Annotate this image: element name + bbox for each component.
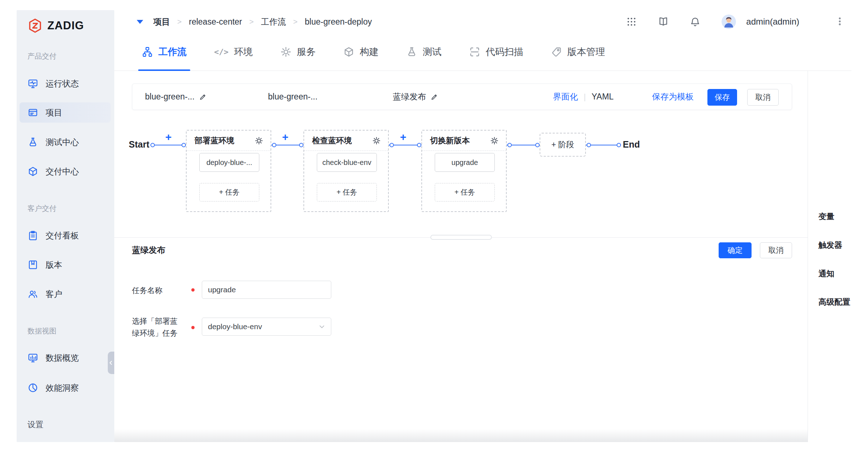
apps-grid-icon[interactable] [626,16,637,27]
insert-stage-plus-button[interactable]: + [165,132,172,143]
stage-header: 部署蓝环境 [187,131,271,151]
flask-icon [27,137,38,148]
panel-cancel-button[interactable]: 取消 [760,242,792,258]
sidebar-section-customer: 客户交付 [27,204,56,213]
sidebar-item-label: 效能洞察 [46,382,79,394]
top-bar: 项目 > release-center > 工作流 > blue-green-d… [114,10,851,33]
bookmark-icon [27,259,38,270]
sidebar: ZADIG 产品交付 运行状态 项目 测试中心 交付中心 [17,10,114,442]
sidebar-item-customer[interactable]: 客户 [20,284,111,304]
tab-label: 环境 [234,46,253,58]
sidebar-item-label: 测试中心 [46,137,79,148]
rail-item-variables[interactable]: 变量 [818,211,834,222]
connector-dot [182,143,186,147]
sidebar-item-label: 交付中心 [46,166,79,177]
bar-chart-icon [27,352,38,363]
project-dropdown-caret-icon[interactable] [137,20,143,24]
kebab-menu-icon[interactable] [835,16,846,27]
sidebar-item-projects[interactable]: 项目 [20,102,111,123]
connector-line [150,145,186,145]
end-node: End [623,139,640,150]
breadcrumb-separator: > [249,17,254,26]
project-icon [27,107,38,118]
sidebar-item-delivery-board[interactable]: 交付看板 [20,225,111,246]
add-task-button[interactable]: + 任务 [317,183,377,201]
rail-item-advanced[interactable]: 高级配置 [818,297,850,307]
tab-service[interactable]: 服务 [277,33,319,71]
breadcrumb-workflows[interactable]: 工作流 [261,16,286,27]
top-right-actions: admin(admin) [626,14,846,29]
right-config-rail: 变量 触发器 通知 高级配置 [808,71,851,442]
sidebar-item-delivery-center[interactable]: 交付中心 [20,161,111,182]
docs-book-icon[interactable] [658,16,669,27]
tab-label: 服务 [297,46,316,58]
breadcrumb-separator: > [293,17,298,26]
add-stage-button[interactable]: + 阶段 [540,133,586,157]
bottom-shadow [114,429,808,442]
tab-label: 工作流 [158,46,187,58]
task-name-input[interactable] [202,281,331,299]
task-panel-title: 蓝绿发布 [132,245,165,256]
build-cube-icon [343,46,354,58]
clipboard-icon [27,230,38,241]
insert-stage-plus-button[interactable]: + [282,132,289,143]
task-button[interactable]: upgrade [435,153,495,172]
stage-settings-gear-icon[interactable] [490,136,499,145]
module-tab-bar: 工作流 </> 环境 服务 构建 测试 代码 [114,33,851,71]
deploy-job-select-label: 选择「部署蓝绿环境」任务 [132,315,183,339]
user-avatar[interactable] [722,14,736,29]
sidebar-item-version[interactable]: 版本 [20,255,111,275]
add-task-button[interactable]: + 任务 [435,183,495,201]
sidebar-section-product: 产品交付 [27,51,56,61]
tab-workflow[interactable]: 工作流 [138,33,190,71]
deploy-job-select[interactable]: deploy-blue-env [202,318,331,336]
workflow-tree-icon [142,46,153,58]
rail-item-triggers[interactable]: 触发器 [818,240,842,251]
username[interactable]: admin(admin) [746,17,799,27]
required-dot [191,326,195,329]
sidebar-item-running-status[interactable]: 运行状态 [20,73,111,94]
rail-item-notifications[interactable]: 通知 [818,268,834,279]
add-task-button[interactable]: + 任务 [199,183,259,201]
service-gear-icon [280,46,292,58]
connector-line [586,145,621,145]
bell-icon[interactable] [690,16,701,27]
tab-environment[interactable]: </> 环境 [210,33,256,71]
task-button[interactable]: deploy-blue-... [199,153,259,172]
breadcrumb-project-name[interactable]: release-center [189,17,242,27]
tab-build[interactable]: 构建 [340,33,382,71]
sidebar-item-data-overview[interactable]: 数据概览 [20,348,111,368]
tab-test[interactable]: 测试 [403,33,445,71]
stage-check-blue-env: 检查蓝环境 check-blue-env + 任务 [303,130,389,212]
sidebar-section-data: 数据视图 [27,326,56,336]
start-node: Start [129,139,149,150]
sidebar-collapse-handle[interactable] [108,352,114,374]
sidebar-item-label: 项目 [46,107,62,118]
users-icon [27,289,38,300]
breadcrumb-projects[interactable]: 项目 [153,16,170,27]
sidebar-item-test-center[interactable]: 测试中心 [20,132,111,152]
breadcrumb-workflow-name[interactable]: blue-green-deploy [305,17,372,27]
panel-resize-grip[interactable] [430,235,492,240]
confirm-button[interactable]: 确定 [719,242,752,258]
scan-frame-icon [469,46,480,58]
tag-icon [551,46,562,58]
brand-logo[interactable]: ZADIG [27,18,84,33]
task-button[interactable]: check-blue-env [317,153,377,172]
task-name-label: 任务名称 [132,284,162,296]
connector-dot [587,143,591,147]
tab-release-management[interactable]: 版本管理 [547,33,609,71]
insert-stage-plus-button[interactable]: + [400,132,407,143]
stage-settings-gear-icon[interactable] [372,136,381,145]
breadcrumb: 项目 > release-center > 工作流 > blue-green-d… [153,16,372,27]
sidebar-item-insight[interactable]: 效能洞察 [20,378,111,398]
sidebar-item-label: 交付看板 [46,230,79,241]
sidebar-item-settings[interactable]: 设置 [27,419,43,430]
connector-dot [507,143,512,147]
sidebar-item-label: 数据概览 [46,352,79,364]
tab-code-scan[interactable]: 代码扫描 [465,33,527,71]
pie-chart-icon [27,382,38,393]
monitor-wave-icon [27,78,38,89]
stage-settings-gear-icon[interactable] [255,136,263,145]
connector-dot [272,143,276,147]
